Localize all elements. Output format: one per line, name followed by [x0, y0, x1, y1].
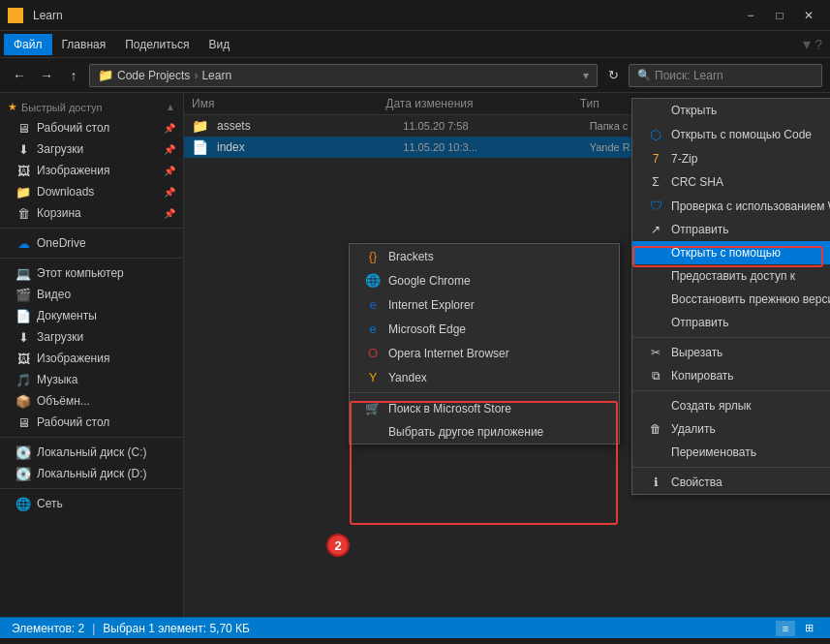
quick-access-label: Быстрый доступ [21, 102, 103, 113]
submenu-divider [350, 392, 619, 393]
submenu-yandex[interactable]: Y Yandex [350, 365, 619, 389]
sidebar-item-images[interactable]: 🖼 Изображения 📌 [0, 160, 183, 181]
help-icon: ? [815, 37, 822, 52]
menu-home[interactable]: Главная [52, 34, 116, 55]
ctx-props-label: Свойства [671, 475, 722, 489]
ctx-send1[interactable]: ↗ Отправить › [632, 218, 830, 241]
ctx-divider1 [632, 337, 830, 338]
title-text: Learn [33, 9, 63, 22]
sidebar-item-video[interactable]: 🎬 Видео [0, 284, 183, 305]
submenu-chrome-label: Google Chrome [388, 274, 471, 288]
submenu-edge[interactable]: e Microsoft Edge [350, 317, 619, 341]
submenu-other[interactable]: Выбрать другое приложение [350, 420, 619, 444]
desktop-icon: 🖥 [15, 120, 31, 136]
ctx-props[interactable]: ℹ Свойства [632, 471, 830, 494]
sidebar-item-img2[interactable]: 🖼 Изображения [0, 348, 183, 369]
address-bar[interactable]: 📁 Code Projects › Learn ▾ [89, 64, 598, 87]
ctx-rename-label: Переименовать [671, 445, 756, 459]
up-button[interactable]: ↑ [62, 64, 85, 87]
ctx-shortcut[interactable]: Создать ярлык [632, 394, 830, 417]
submenu-chrome[interactable]: 🌐 Google Chrome [350, 268, 619, 292]
img2-icon: 🖼 [15, 351, 31, 366]
sidebar-label-downloads: Загрузки [37, 142, 83, 156]
ctx-send2[interactable]: Отправить › [632, 311, 830, 334]
file-name-index: index [217, 140, 403, 154]
ctx-rename[interactable]: Переименовать [632, 441, 830, 464]
sidebar: ★ Быстрый доступ ▲ 🖥 Рабочий стол 📌 ⬇ За… [0, 93, 184, 617]
menu-view[interactable]: Вид [199, 34, 239, 55]
ctx-divider3 [632, 467, 830, 468]
sidebar-item-recycle[interactable]: 🗑 Корзина 📌 [0, 202, 183, 224]
images-icon: 🖼 [15, 163, 31, 178]
ctx-delete[interactable]: 🗑 Удалить [632, 417, 830, 441]
address-separator: › [194, 69, 198, 82]
ctx-copy[interactable]: ⧉ Копировать [632, 364, 830, 387]
close-button[interactable]: ✕ [795, 6, 822, 25]
view-list-button[interactable]: ≡ [776, 621, 795, 636]
sidebar-item-network[interactable]: 🌐 Сеть [0, 493, 183, 514]
sidebar-item-music[interactable]: 🎵 Музыка [0, 369, 183, 390]
network-icon: 🌐 [15, 496, 31, 511]
desktop2-icon: 🖥 [15, 414, 31, 430]
sidebar-label-network: Сеть [37, 497, 63, 510]
sidebar-item-onedrive[interactable]: ☁ OneDrive [0, 232, 183, 254]
divider1 [0, 228, 183, 229]
ctx-cut[interactable]: ✂ Вырезать [632, 341, 830, 364]
ctx-shortcut-label: Создать ярлык [671, 399, 752, 413]
sidebar-item-downloads2[interactable]: 📁 Downloads 📌 [0, 181, 183, 202]
submenu-brackets[interactable]: {} Brackets [350, 244, 619, 268]
sidebar-item-desktop2[interactable]: 🖥 Рабочий стол [0, 412, 183, 433]
sidebar-label-recycle: Корзина [37, 206, 81, 220]
maximize-button[interactable]: □ [766, 6, 793, 25]
search-bar[interactable]: 🔍 Поиск: Learn [629, 64, 822, 87]
sidebar-item-computer[interactable]: 💻 Этот компьютер [0, 262, 183, 284]
ctx-7zip[interactable]: 7 7-Zip › [632, 147, 830, 170]
menu-share[interactable]: Поделиться [115, 34, 199, 55]
ctx-crc-label: CRC SHA [671, 175, 723, 189]
status-selected: Выбран 1 элемент: 5,70 КБ [103, 622, 250, 635]
ctx-restore[interactable]: Восстановить прежнюю версию [632, 288, 830, 311]
submenu-ie[interactable]: e Internet Explorer [350, 292, 619, 317]
submenu-yandex-label: Yandex [388, 371, 427, 384]
pin-icon3: 📌 [164, 166, 175, 176]
vscode-icon: ⬡ [648, 127, 663, 142]
ctx-crc[interactable]: Σ CRC SHA › [632, 170, 830, 194]
sidebar-item-desktop[interactable]: 🖥 Рабочий стол 📌 [0, 117, 183, 138]
submenu-store[interactable]: 🛒 Поиск в Microsoft Store [350, 396, 619, 420]
sidebar-label-docs: Документы [37, 309, 97, 322]
back-button[interactable]: ← [8, 64, 31, 87]
view-grid-button[interactable]: ⊞ [799, 621, 818, 636]
sidebar-label-driveD: Локальный диск (D:) [37, 467, 147, 480]
forward-button[interactable]: → [35, 64, 58, 87]
sidebar-label-video: Видео [37, 288, 71, 301]
menu-file[interactable]: Файл [4, 34, 52, 55]
driveC-icon: 💽 [15, 445, 31, 460]
submenu: {} Brackets 🌐 Google Chrome e Internet E… [349, 243, 620, 445]
ctx-openwith[interactable]: Открыть с помощью › [632, 241, 830, 264]
sidebar-item-dl3[interactable]: ⬇ Загрузки [0, 326, 183, 348]
sidebar-item-driveC[interactable]: 💽 Локальный диск (C:) [0, 442, 183, 463]
col-date: Дата изменения [385, 97, 579, 110]
minimize-button[interactable]: − [737, 6, 764, 25]
send-icon: ↗ [648, 223, 663, 236]
file-date-index: 11.05.20 10:3... [403, 141, 589, 153]
sidebar-item-3d[interactable]: 📦 Объёмн... [0, 390, 183, 412]
sidebar-item-downloads[interactable]: ⬇ Загрузки 📌 [0, 138, 183, 160]
ctx-open[interactable]: Открыть [632, 99, 830, 122]
sidebar-label-desktop2: Рабочий стол [37, 415, 109, 429]
ctx-restore-label: Восстановить прежнюю версию [671, 292, 830, 306]
refresh-button[interactable]: ↻ [601, 64, 625, 87]
file-area: Имя Дата изменения Тип Размер 📁 assets 1… [184, 93, 830, 617]
7zip-icon: 7 [648, 152, 663, 166]
sidebar-item-driveD[interactable]: 💽 Локальный диск (D:) [0, 463, 183, 484]
recycle-icon: 🗑 [15, 205, 31, 221]
submenu-edge-label: Microsoft Edge [388, 322, 466, 336]
sidebar-item-docs[interactable]: 📄 Документы [0, 305, 183, 326]
status-bar: Элементов: 2 | Выбран 1 элемент: 5,70 КБ… [0, 617, 830, 638]
submenu-opera[interactable]: O Opera Internet Browser [350, 341, 619, 365]
status-sep: | [92, 622, 95, 635]
ctx-share[interactable]: Предоставить доступ к › [632, 264, 830, 288]
ctx-open-code[interactable]: ⬡ Открыть с помощью Code [632, 122, 830, 147]
ctx-defender[interactable]: 🛡 Проверка с использованием Windows Defe… [632, 194, 830, 218]
collapse-arrow: ▲ [166, 102, 175, 112]
